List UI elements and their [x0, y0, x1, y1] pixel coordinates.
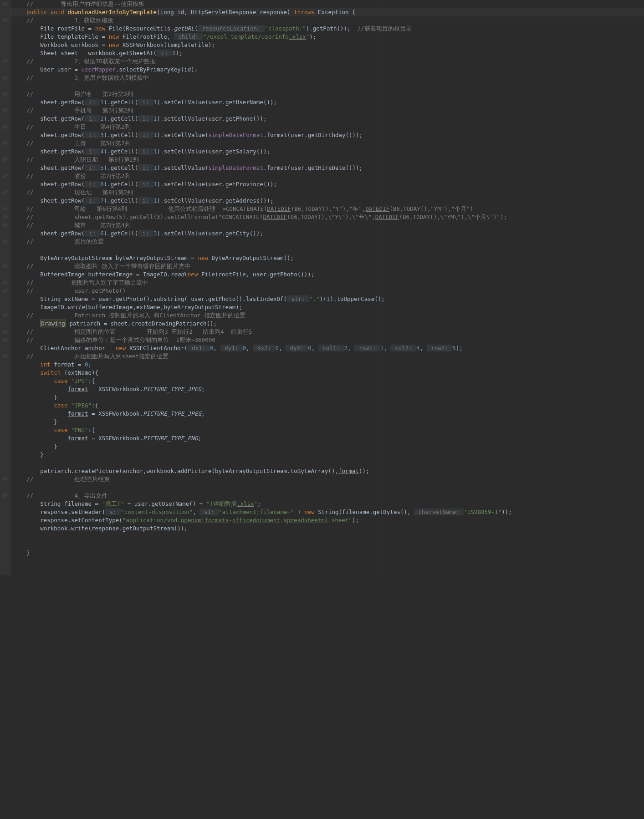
code-line[interactable]: File templateFile = new File(rootFile, c…	[0, 33, 644, 41]
code-line[interactable]: case "PNG":{	[0, 426, 644, 434]
code-line[interactable]	[0, 533, 644, 541]
code-line[interactable]: // // 用户名 第2行第2列	[0, 90, 644, 98]
code-line[interactable]	[0, 541, 644, 549]
fold-marker: //	[1, 90, 9, 98]
fold-marker: //	[1, 213, 9, 221]
code-line[interactable]: case "JPG":{	[0, 377, 644, 385]
param-hint: i:	[157, 50, 172, 56]
code-line[interactable]: Workbook workbook = new XSSFWorkbook(tem…	[0, 41, 644, 49]
code-line[interactable]: response.setHeader( s: "content-disposit…	[0, 508, 644, 516]
code-line[interactable]: BufferedImage bufferedImage = ImageIO.re…	[0, 270, 644, 279]
fold-marker: //	[1, 107, 9, 115]
fold-marker: //	[1, 221, 9, 229]
code-line[interactable]: // // 导出用户的详细信息--使用模板	[0, 0, 644, 8]
code-line[interactable]: sheet.getRow( i: 4).getCell( i: 1).setCe…	[0, 148, 644, 156]
right-margin	[382, 0, 382, 575]
fold-marker: //	[1, 205, 9, 213]
code-line[interactable]: }	[0, 418, 644, 426]
fold-marker: //	[1, 492, 9, 500]
fold-marker: //	[1, 57, 9, 66]
code-line[interactable]: }	[0, 451, 644, 459]
fold-marker: //	[1, 188, 9, 197]
fold-marker: //	[1, 475, 9, 483]
code-line[interactable]: format = XSSFWorkbook.PICTURE_TYPE_PNG;	[0, 434, 644, 443]
code-line[interactable]: // // 偏移的单位：是一个英式公制的单位 1厘米=360000	[0, 336, 644, 344]
code-line[interactable]: // // 把图片写入到了字节输出流中	[0, 279, 644, 287]
code-line[interactable]: // // 处理照片结束	[0, 475, 644, 483]
fold-marker: //	[1, 172, 9, 180]
code-line[interactable]: sheet.getRow( i: 7).getCell( i: 1).setCe…	[0, 197, 644, 205]
code-line[interactable]: Sheet sheet = workbook.getSheetAt( i: 0)…	[0, 49, 644, 57]
code-line[interactable]: // // 城市 第7行第4列	[0, 221, 644, 229]
fold-marker: //	[1, 352, 9, 361]
fold-marker: //	[1, 16, 9, 25]
fold-marker: //	[1, 262, 9, 270]
code-line[interactable]: // // sheet.getRow(5).getCell(3).setCell…	[0, 213, 644, 221]
code-line[interactable]: switch (extName){	[0, 369, 644, 377]
fold-marker: //	[1, 336, 9, 344]
code-line[interactable]: int format = 0;	[0, 361, 644, 369]
fold-marker: //	[1, 328, 9, 336]
code-line[interactable]: ByteArrayOutputStream byteArrayOutputStr…	[0, 254, 644, 262]
code-line[interactable]: patriarch.createPicture(anchor,workbook.…	[0, 467, 644, 475]
code-line[interactable]: // // 省份 第7行第2列	[0, 172, 644, 180]
code-line[interactable]: ClientAnchor anchor = new XSSFClientAnch…	[0, 344, 644, 352]
code-line[interactable]: sheet.getRow( i: 2).getCell( i: 1).setCe…	[0, 115, 644, 123]
code-line[interactable]	[0, 483, 644, 492]
code-line[interactable]: }	[0, 443, 644, 451]
code-line[interactable]: }	[0, 549, 644, 557]
param-hint: child:	[174, 33, 203, 40]
code-line[interactable]: Drawing patriarch = sheet.createDrawingP…	[0, 320, 644, 328]
code-line[interactable]: // // 读取图片 放入了一个带有缓存区的图片类中	[0, 262, 644, 270]
code-line[interactable]: String filename = "员工(" + user.getUserNa…	[0, 500, 644, 508]
code-line[interactable]	[0, 246, 644, 254]
code-line[interactable]: // // 工资 第5行第2列	[0, 139, 644, 148]
code-line[interactable]: User user = userMapper.selectByPrimaryKe…	[0, 66, 644, 74]
code-line[interactable]: // // Patriarch 控制图片的写入 和ClientAnchor 指定…	[0, 311, 644, 320]
code-editor[interactable]: // // 导出用户的详细信息--使用模板 public void downlo…	[0, 0, 644, 575]
code-line[interactable]: }	[0, 393, 644, 402]
code-line[interactable]: // // 照片的位置	[0, 238, 644, 246]
fold-marker: //	[1, 279, 9, 287]
code-line[interactable]: ImageIO.write(bufferedImage,extName,byte…	[0, 303, 644, 311]
code-line[interactable]: sheet.getRow( i: 6).getCell( i: 1).setCe…	[0, 180, 644, 188]
code-line[interactable]	[0, 82, 644, 90]
fold-marker: //	[1, 139, 9, 148]
code-line[interactable]: // // 3、把用户数据放入到模板中	[0, 74, 644, 82]
fold-marker: //	[1, 0, 9, 8]
code-line[interactable]: // // 1、获取到模板	[0, 16, 644, 25]
code-line[interactable]: // // 司龄 第6行第4列 使用公式稍后处理 =CONCATENATE(DA…	[0, 205, 644, 213]
fold-marker: //	[1, 156, 9, 164]
code-line[interactable]: workbook.write(response.getOutputStream(…	[0, 524, 644, 533]
code-line[interactable]: sheet.getRow( i: 6).getCell( i: 3).setCe…	[0, 229, 644, 238]
code-line[interactable]: // // 入职日期 第6行第2列	[0, 156, 644, 164]
comment: // 导出用户的详细信息--使用模板	[26, 0, 144, 7]
code-line[interactable]: // // 开始把图片写入到sheet指定的位置	[0, 352, 644, 361]
code-line[interactable]: // // 手机号 第3行第2列	[0, 107, 644, 115]
code-line[interactable]: sheet.getRow( i: 5).getCell( i: 1).setCe…	[0, 164, 644, 172]
code-line[interactable]: // // user.getPhoto()	[0, 287, 644, 295]
code-line[interactable]: sheet.getRow( i: 1).getCell( i: 1).setCe…	[0, 98, 644, 107]
highlighted-type: Drawing	[40, 320, 66, 327]
code-line[interactable]: // // 4、导出文件	[0, 492, 644, 500]
code-line[interactable]: case "JPEG":{	[0, 402, 644, 410]
param-hint: resourceLocation:	[198, 25, 265, 32]
fold-marker: //	[1, 287, 9, 295]
code-line[interactable]: // // 指定图片的位置 开始列3 开始行2 结束列4 结束行5	[0, 328, 644, 336]
fold-marker: //	[1, 123, 9, 131]
code-line[interactable]: String extName = user.getPhoto().substri…	[0, 295, 644, 303]
fold-marker: //	[1, 238, 9, 246]
code-line[interactable]: // // 生日 第4行第2列	[0, 123, 644, 131]
code-line-method-sig[interactable]: public void downloadUserInfoByTemplate(L…	[0, 8, 644, 16]
code-line[interactable]: File rootFile = new File(ResourceUtils.g…	[0, 25, 644, 33]
code-line[interactable]: sheet.getRow( i: 3).getCell( i: 1).setCe…	[0, 131, 644, 139]
code-line[interactable]: format = XSSFWorkbook.PICTURE_TYPE_JPEG;	[0, 410, 644, 418]
code-line[interactable]	[0, 459, 644, 467]
code-line[interactable]: // // 现住址 第8行第2列	[0, 188, 644, 197]
code-line[interactable]: // // 2、根据ID获取某一个用户数据	[0, 57, 644, 66]
fold-marker: //	[1, 74, 9, 82]
code-line[interactable]: response.setContentType("application/vnd…	[0, 516, 644, 524]
code-line[interactable]: format = XSSFWorkbook.PICTURE_TYPE_JPEG;	[0, 385, 644, 393]
fold-marker: //	[1, 311, 9, 320]
